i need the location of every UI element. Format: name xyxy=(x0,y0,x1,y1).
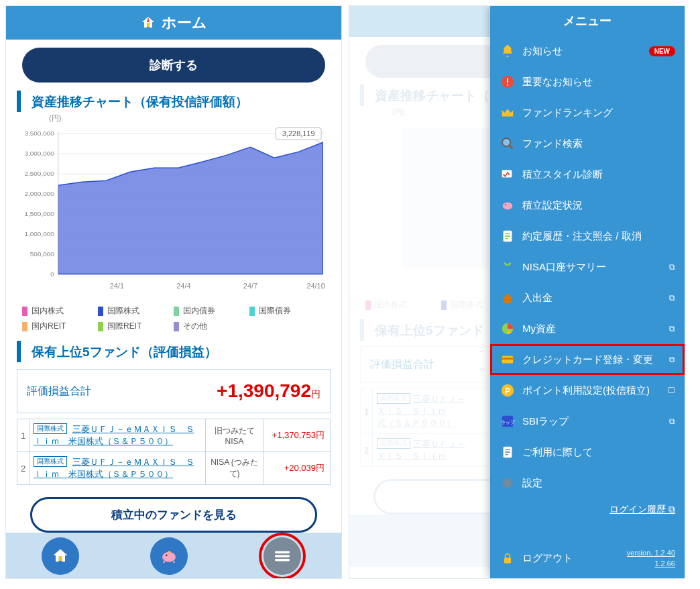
fund-name-cell: 国際株式 三菱ＵＦＪ－ｅＭＡＸＩＳ Ｓｌｉｍ 米国株式（Ｓ＆Ｐ５００） xyxy=(30,452,205,484)
svg-rect-31 xyxy=(507,85,508,86)
fund-account-type: 旧つみたてNISA xyxy=(205,419,263,451)
table-row: 1 国際株式 三菱ＵＦＪ－ｅＭＡＸＩＳ Ｓｌｉｍ 米国株式（Ｓ＆Ｐ５００） 旧つ… xyxy=(17,419,330,451)
menu-item-nisa-summary[interactable]: NISA口座サマリー⧉ xyxy=(490,252,685,282)
menu-item-deposit-withdraw[interactable]: 入出金⧉ xyxy=(490,282,685,313)
fund-category-tag: 国際株式 xyxy=(34,423,67,434)
document-icon xyxy=(500,445,516,460)
new-badge: NEW xyxy=(649,46,675,56)
legend-item: 国際REIT xyxy=(98,319,174,334)
menu-item-terms[interactable]: ご利用に際して xyxy=(490,437,685,468)
svg-text:500,000: 500,000 xyxy=(30,250,54,258)
svg-text:24/4: 24/4 xyxy=(176,282,190,290)
legend-item: 国内株式 xyxy=(22,303,98,319)
money-bag-icon xyxy=(500,290,516,305)
version-label: version. 1.2.40 1.2.66 xyxy=(627,548,675,569)
external-link-icon: ⧉ xyxy=(669,324,675,333)
menu-item-important[interactable]: 重要なお知らせ xyxy=(490,66,685,97)
total-pl-label: 評価損益合計 xyxy=(27,384,91,398)
diag-icon xyxy=(500,167,516,182)
piggy-icon xyxy=(500,198,516,213)
tab-home-button[interactable] xyxy=(42,537,79,575)
legend-item: その他 xyxy=(174,319,249,334)
magnifier-icon xyxy=(500,136,516,151)
menu-item-credit-card[interactable]: クレジットカード登録・変更⧉ xyxy=(490,344,685,375)
svg-text:1,000,000: 1,000,000 xyxy=(25,230,55,237)
asset-chart: (円) 3,500,000 3,000,000 2,500,000 2,000,… xyxy=(6,113,341,299)
home-icon xyxy=(51,547,70,566)
external-link-icon: ⧉ xyxy=(669,293,675,303)
svg-text:24/7: 24/7 xyxy=(243,282,257,290)
svg-text:3,500,000: 3,500,000 xyxy=(25,129,55,137)
svg-text:24/10: 24/10 xyxy=(306,282,325,290)
svg-text:2,000,000: 2,000,000 xyxy=(25,190,55,197)
external-link-icon: ⧉ xyxy=(669,355,675,364)
fund-table: 1 国際株式 三菱ＵＦＪ－ｅＭＡＸＩＳ Ｓｌｉｍ 米国株式（Ｓ＆Ｐ５００） 旧つ… xyxy=(17,419,331,485)
monitor-icon: 🖵 xyxy=(667,386,675,395)
svg-text:24/1: 24/1 xyxy=(110,282,124,290)
legend-item: 国内REIT xyxy=(22,319,98,334)
chart-svg: 3,500,000 3,000,000 2,500,000 2,000,000 … xyxy=(17,125,331,299)
svg-rect-47 xyxy=(504,557,511,563)
pie-chart-icon xyxy=(500,321,516,336)
diagnose-button[interactable]: 診断する xyxy=(22,48,325,83)
phone-right: 資産推移チャート（保有投信評価額） (円) 国内株式 国際株式 国内REIT 国… xyxy=(349,5,685,579)
fund-rank: 1 xyxy=(17,419,30,451)
menu-item-tsumitate-status[interactable]: 積立設定状況 xyxy=(490,190,685,221)
chart-callout: 3,228,119 xyxy=(276,128,321,143)
app-header: ホーム xyxy=(6,6,341,40)
menu-item-logout[interactable]: ログアウト xyxy=(500,549,573,568)
svg-rect-0 xyxy=(147,23,150,27)
credit-card-icon xyxy=(500,352,516,367)
login-history-link[interactable]: ログイン履歴 ⧉ xyxy=(490,498,685,521)
svg-rect-30 xyxy=(507,78,508,83)
svg-text:1,500,000: 1,500,000 xyxy=(25,210,55,217)
y-axis-unit: (円) xyxy=(17,113,331,125)
menu-footer: ログアウト version. 1.2.40 1.2.66 xyxy=(490,541,685,578)
svg-point-35 xyxy=(503,202,513,209)
gear-icon xyxy=(500,476,516,490)
svg-rect-27 xyxy=(168,551,171,553)
piggy-bank-icon xyxy=(159,546,179,566)
menu-item-news[interactable]: お知らせ NEW xyxy=(490,36,685,66)
svg-rect-40 xyxy=(502,358,514,360)
external-link-icon: ⧉ xyxy=(669,262,675,272)
total-pl-value: +1,390,792円 xyxy=(217,380,320,402)
menu-item-order-history[interactable]: 約定履歴・注文照会 / 取消 xyxy=(490,221,685,252)
chart-section-title: 資産推移チャート（保有投信評価額） xyxy=(17,91,331,112)
menu-item-sbi-wrap[interactable]: ラップ SBIラップ⧉ xyxy=(490,406,685,437)
menu-item-ranking[interactable]: ファンドランキング xyxy=(490,97,685,128)
sprout-icon xyxy=(500,260,516,274)
legend-item: 国際債券 xyxy=(249,303,325,319)
legend-item: 国際株式 xyxy=(98,303,174,319)
menu-item-settings[interactable]: 設定 xyxy=(490,468,685,498)
svg-point-26 xyxy=(166,555,168,557)
menu-title: メニュー xyxy=(490,6,685,36)
menu-item-style-diagnosis[interactable]: 積立スタイル診断 xyxy=(490,159,685,190)
menu-item-my-assets[interactable]: My資産⧉ xyxy=(490,313,685,344)
tab-piggy-button[interactable] xyxy=(150,537,188,575)
svg-text:ラップ: ラップ xyxy=(501,419,516,425)
bell-icon xyxy=(500,44,516,58)
lock-icon xyxy=(500,552,516,566)
svg-rect-24 xyxy=(59,556,62,561)
phone-left: ホーム 診断する 資産推移チャート（保有投信評価額） (円) 3,500,000… xyxy=(5,5,342,579)
tab-bar xyxy=(6,533,341,579)
legend-item: 国内債券 xyxy=(174,303,249,319)
menu-item-search[interactable]: ファンド検索 xyxy=(490,128,685,159)
svg-point-33 xyxy=(503,139,510,146)
menu-item-point-settings[interactable]: P ポイント利用設定(投信積立)🖵 xyxy=(490,375,685,406)
svg-point-36 xyxy=(505,204,506,205)
tab-menu-button[interactable] xyxy=(264,537,301,575)
fund-pl-value: +20,039円 xyxy=(263,452,330,484)
svg-point-25 xyxy=(162,552,176,562)
fund-name-cell: 国際株式 三菱ＵＦＪ－ｅＭＡＸＩＳ Ｓｌｉｍ 米国株式（Ｓ＆Ｐ５００） xyxy=(30,419,205,451)
view-funds-button[interactable]: 積立中のファンドを見る xyxy=(30,497,317,533)
home-icon xyxy=(140,15,156,31)
header-title: ホーム xyxy=(162,13,207,33)
crown-icon xyxy=(500,105,516,120)
svg-text:2,500,000: 2,500,000 xyxy=(25,170,55,177)
svg-text:0: 0 xyxy=(50,270,54,278)
fund-rank: 2 xyxy=(17,452,30,484)
svg-text:3,000,000: 3,000,000 xyxy=(25,150,55,157)
hamburger-icon xyxy=(273,547,292,566)
